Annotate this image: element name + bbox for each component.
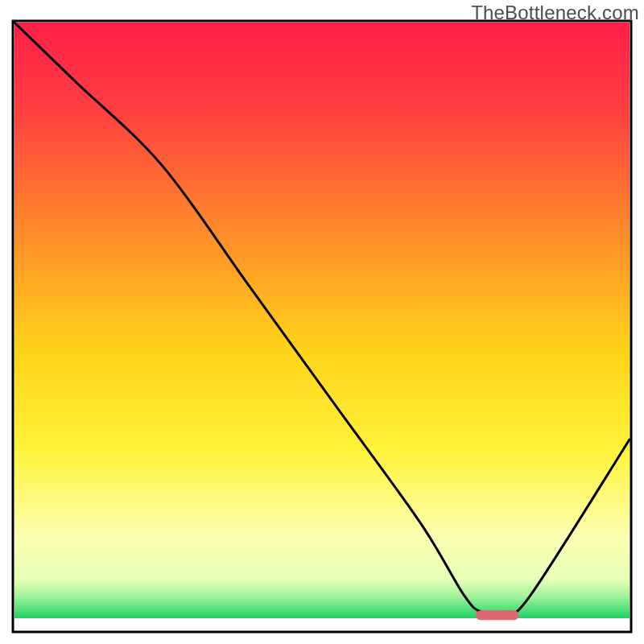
watermark-text: TheBottleneck.com (471, 2, 639, 24)
bottleneck-chart: TheBottleneck.com (0, 0, 644, 644)
optimal-range-bar (476, 610, 518, 620)
chart-svg (0, 0, 644, 644)
